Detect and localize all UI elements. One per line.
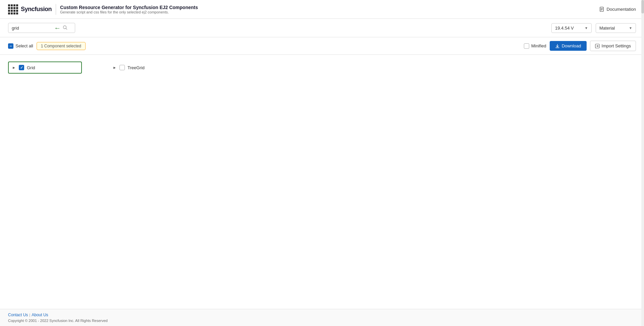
import-settings-button[interactable]: Import Settings [590,41,636,51]
header: Syncfusion Custom Resource Generator for… [0,0,644,19]
import-icon [595,44,600,48]
grid-label: Grid [27,65,35,70]
logo-text: Syncfusion [21,6,52,13]
grid-checkbox[interactable] [19,65,24,70]
version-theme-area: 19.4.54 V ▼ Material ▼ [551,23,636,33]
main-content: ► Grid ► TreeGrid [0,55,644,309]
toolbar-left: Select all 1 Component selected [8,42,86,50]
component-row: ► Grid ► TreeGrid [8,62,636,74]
minified-label-text: Minified [531,43,546,48]
import-settings-button-label: Import Settings [602,43,631,48]
download-button[interactable]: Download [550,41,587,51]
select-all-label: Select all [15,43,33,48]
header-subtitle: Generate script and css files for the on… [60,10,198,14]
version-dropdown[interactable]: 19.4.54 V ▼ [551,23,592,33]
treegrid-label: TreeGrid [128,65,145,70]
footer-links: Contact Us | About Us [8,313,636,317]
header-title: Custom Resource Generator for Syncfusion… [60,5,198,10]
minified-checkbox[interactable]: Minified [524,43,546,49]
search-icon [63,25,67,31]
select-all-checkbox-icon [8,43,13,49]
footer: Contact Us | About Us Copyright © 2001 -… [0,309,644,326]
treegrid-checkbox[interactable] [119,65,125,70]
left-arrow-icon: ← [54,25,61,31]
minified-checkbox-icon [524,43,529,49]
documentation-link-text: Documentation [607,7,636,12]
logo-grid-icon [8,4,18,14]
search-area: ← 19.4.54 V ▼ Material ▼ [0,19,644,37]
select-all-checkbox[interactable]: Select all [8,43,33,49]
scrollbar-track[interactable] [641,0,644,326]
scrollbar-thumb[interactable] [641,0,644,13]
expand-arrow-treegrid[interactable]: ► [113,66,117,70]
logo-area: Syncfusion [8,4,52,14]
expand-arrow-grid[interactable]: ► [12,66,16,70]
component-item-treegrid[interactable]: ► TreeGrid [109,62,183,74]
chevron-down-icon: ▼ [585,26,588,30]
toolbar: Select all 1 Component selected Minified… [0,37,644,55]
component-list: ► Grid ► TreeGrid [8,62,636,302]
header-divider [56,4,56,15]
documentation-link[interactable]: Documentation [599,7,636,12]
search-box[interactable]: ← [8,23,75,33]
about-us-link[interactable]: About Us [32,313,48,317]
theme-value: Material [599,26,615,31]
download-icon [555,44,560,48]
contact-us-link[interactable]: Contact Us [8,313,28,317]
toolbar-right: Minified Download Import Settings [524,41,636,51]
version-value: 19.4.54 V [555,26,574,31]
component-selected-badge: 1 Component selected [37,42,86,50]
document-icon [599,7,605,12]
component-item-grid[interactable]: ► Grid [8,62,82,74]
header-left: Syncfusion Custom Resource Generator for… [8,4,198,15]
footer-separator: | [29,313,30,317]
chevron-down-icon: ▼ [629,26,632,30]
download-button-label: Download [562,43,581,48]
search-input[interactable] [12,26,52,31]
svg-line-5 [66,28,67,29]
header-title-area: Custom Resource Generator for Syncfusion… [60,5,198,14]
footer-copyright: Copyright © 2001 - 2022 Syncfusion Inc. … [8,319,636,323]
theme-dropdown[interactable]: Material ▼ [596,23,636,33]
